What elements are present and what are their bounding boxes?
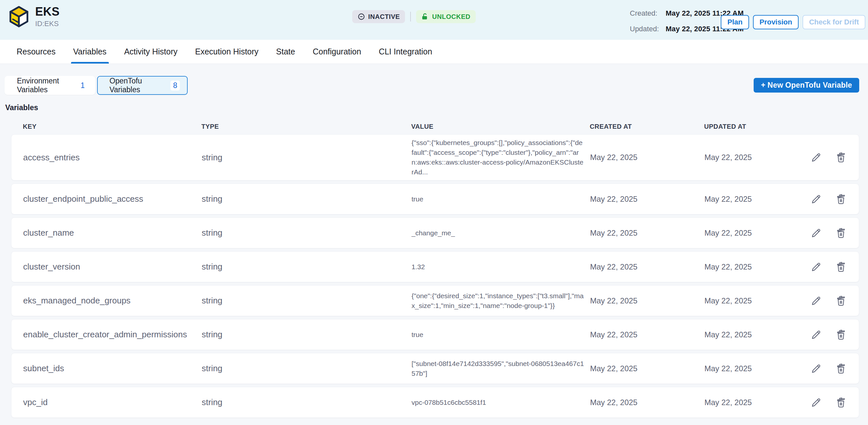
header-actions: Plan Provision Check for Drift	[721, 15, 865, 29]
edit-variable-button[interactable]	[809, 396, 823, 409]
new-opentofu-variable-button[interactable]: + New OpenTofu Variable	[754, 78, 859, 93]
table-row: subnet_ids string ["subnet-08f14e7142d33…	[11, 353, 859, 384]
check-for-drift-button[interactable]: Check for Drift	[803, 15, 865, 29]
variable-key: access_entries	[23, 153, 202, 163]
updated-label: Updated:	[630, 25, 661, 33]
variable-value: {"sso":{"kubernetes_groups":[],"policy_a…	[411, 138, 590, 177]
edit-variable-button[interactable]	[809, 328, 823, 341]
table-header-row: KEY TYPE VALUE CREATED AT UPDATED AT	[11, 119, 859, 134]
trash-icon	[835, 295, 847, 307]
provision-button[interactable]: Provision	[753, 15, 799, 29]
trash-icon	[835, 261, 847, 273]
pencil-icon	[810, 397, 822, 408]
opentofu-variables-count-badge: 8	[170, 81, 180, 91]
variables-section-title: Variables	[5, 103, 859, 112]
variable-type: string	[202, 330, 411, 340]
table-row: cluster_name string _change_me_ May 22, …	[11, 217, 859, 248]
variable-value: _change_me_	[411, 228, 590, 238]
edit-variable-button[interactable]	[809, 151, 823, 164]
variable-key: eks_managed_node_groups	[23, 296, 202, 306]
delete-variable-button[interactable]	[834, 151, 848, 164]
variable-created-at: May 22, 2025	[590, 229, 705, 238]
delete-variable-button[interactable]	[834, 192, 848, 206]
tab-cli-integration[interactable]: CLI Integration	[370, 40, 441, 64]
variable-value: {"one":{"desired_size":1,"instance_types…	[411, 291, 590, 311]
column-header-type: TYPE	[202, 123, 411, 130]
variable-updated-at: May 22, 2025	[705, 262, 809, 272]
edit-variable-button[interactable]	[809, 226, 823, 240]
brand: EKS ID:EKS	[8, 5, 60, 28]
edit-variable-button[interactable]	[809, 260, 823, 274]
environment-id: ID:EKS	[35, 20, 60, 28]
tab-resources[interactable]: Resources	[8, 40, 64, 64]
edit-variable-button[interactable]	[809, 294, 823, 308]
unlocked-padlock-icon	[421, 13, 429, 21]
variable-type: string	[202, 363, 411, 373]
column-header-value: VALUE	[411, 123, 590, 130]
variable-type: string	[202, 296, 411, 306]
variable-key: cluster_endpoint_public_access	[23, 194, 202, 204]
variables-page: Environment Variables 1 OpenTofu Variabl…	[0, 64, 868, 418]
variable-key: vpc_id	[23, 397, 202, 407]
tab-state[interactable]: State	[267, 40, 304, 64]
pencil-icon	[810, 227, 822, 239]
title-block: EKS ID:EKS	[35, 5, 60, 28]
created-label: Created:	[630, 9, 661, 18]
variable-created-at: May 22, 2025	[590, 194, 705, 204]
tab-variables[interactable]: Variables	[64, 40, 115, 64]
plan-button[interactable]: Plan	[721, 15, 749, 29]
variable-value: true	[411, 330, 590, 340]
variable-group-tabs: Environment Variables 1 OpenTofu Variabl…	[5, 76, 188, 95]
delete-variable-button[interactable]	[834, 226, 848, 240]
variable-type: string	[202, 262, 411, 272]
table-row: access_entries string {"sso":{"kubernete…	[11, 134, 859, 181]
pencil-icon	[810, 295, 822, 307]
edit-variable-button[interactable]	[809, 362, 823, 375]
variable-updated-at: May 22, 2025	[705, 194, 809, 204]
trash-icon	[835, 397, 847, 408]
opentofu-cube-logo-icon	[8, 5, 29, 28]
status-badge-label: INACTIVE	[368, 13, 400, 21]
variable-key: subnet_ids	[23, 363, 202, 373]
variable-value: ["subnet-08f14e7142d333595","subnet-0680…	[411, 359, 590, 378]
lock-badge-label: UNLOCKED	[432, 13, 470, 21]
badge-separator	[410, 12, 411, 22]
tab-execution-history[interactable]: Execution History	[186, 40, 268, 64]
trash-icon	[835, 329, 847, 341]
variable-created-at: May 22, 2025	[590, 364, 705, 373]
variable-type: string	[202, 228, 411, 238]
variable-updated-at: May 22, 2025	[705, 330, 809, 339]
opentofu-variables-tab[interactable]: OpenTofu Variables 8	[97, 76, 188, 95]
delete-variable-button[interactable]	[834, 260, 848, 274]
pencil-icon	[810, 329, 822, 341]
edit-variable-button[interactable]	[809, 192, 823, 206]
delete-variable-button[interactable]	[834, 328, 848, 341]
table-row: enable_cluster_creator_admin_permissions…	[11, 319, 859, 350]
table-row: cluster_version string 1.32 May 22, 2025…	[11, 251, 859, 282]
page-title: EKS	[35, 5, 60, 18]
variable-value: 1.32	[411, 262, 590, 272]
trash-icon	[835, 152, 847, 163]
tab-configuration[interactable]: Configuration	[304, 40, 370, 64]
variable-updated-at: May 22, 2025	[705, 398, 809, 407]
tab-activity-history[interactable]: Activity History	[115, 40, 186, 64]
variables-table: access_entries string {"sso":{"kubernete…	[11, 134, 859, 418]
variable-created-at: May 22, 2025	[590, 330, 705, 339]
variable-created-at: May 22, 2025	[590, 398, 705, 407]
status-badges: INACTIVE UNLOCKED	[352, 10, 476, 23]
environment-variables-tab[interactable]: Environment Variables 1	[5, 76, 95, 95]
delete-variable-button[interactable]	[834, 294, 848, 308]
opentofu-variables-tab-label: OpenTofu Variables	[110, 77, 170, 94]
trash-icon	[835, 227, 847, 239]
pencil-icon	[810, 363, 822, 374]
environment-variables-tab-label: Environment Variables	[17, 77, 78, 94]
variable-created-at: May 22, 2025	[590, 262, 705, 272]
column-header-updated-at: UPDATED AT	[704, 123, 808, 130]
variable-key: cluster_name	[23, 228, 202, 238]
trash-icon	[835, 363, 847, 374]
pencil-icon	[810, 261, 822, 273]
pencil-icon	[810, 152, 822, 163]
delete-variable-button[interactable]	[834, 362, 848, 375]
environment-header: EKS ID:EKS INACTIVE UNLOCKED Created: Ma…	[0, 0, 868, 40]
delete-variable-button[interactable]	[834, 396, 848, 409]
